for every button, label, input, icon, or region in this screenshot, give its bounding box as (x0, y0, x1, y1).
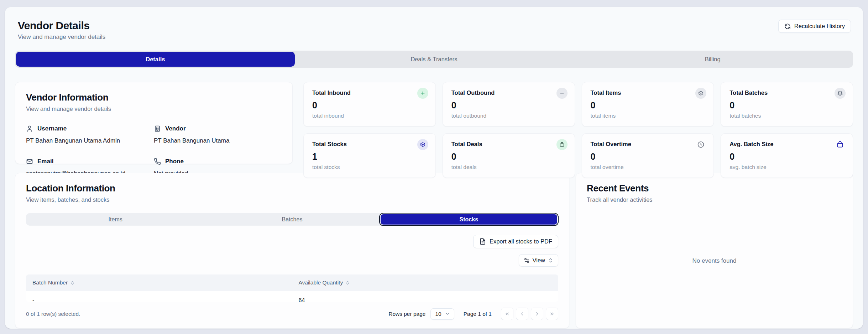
plus-icon (417, 88, 428, 99)
bottom-content-row: Location Information View items, batches… (15, 173, 853, 328)
tab-deals-transfers[interactable]: Deals & Transfers (295, 52, 574, 67)
column-header-available-quantity[interactable]: Available Quantity (292, 279, 559, 286)
recalculate-history-button[interactable]: Recalculate History (778, 20, 851, 33)
no-events-message: No events found (587, 203, 842, 318)
location-information-subtitle: View items, batches, and stocks (26, 196, 558, 203)
first-page-button[interactable] (501, 308, 513, 320)
tab-batches-label: Batches (282, 216, 303, 223)
mail-icon (26, 158, 33, 165)
stat-card-total-batches: Total Batches 0 total batches (721, 82, 853, 127)
stat-card-total-items: Total Items 0 total items (582, 82, 714, 127)
stat-card-total-outbound: Total Outbound 0 total outbound (443, 82, 575, 127)
vendor-information-card: Vendor Information View and manage vendo… (15, 82, 293, 164)
stat-title: Total Stocks (312, 141, 427, 148)
field-vendor-value: PT Bahan Bangunan Utama (154, 137, 282, 144)
field-phone-label: Phone (165, 158, 184, 165)
stat-value: 0 (591, 100, 705, 111)
file-text-icon (479, 238, 486, 245)
field-username-value: PT Bahan Bangunan Utama Admin (26, 137, 154, 144)
chevron-left-icon (519, 311, 525, 317)
sort-icon (70, 281, 75, 285)
stat-card-total-stocks: Total Stocks 1 total stocks (303, 133, 436, 178)
rows-per-page-value: 10 (435, 311, 441, 317)
clock-icon (695, 139, 706, 150)
field-username-label: Username (37, 125, 67, 132)
recalculate-history-label: Recalculate History (794, 23, 845, 30)
package-blue-icon (835, 139, 846, 150)
rows-per-page-select[interactable]: 10 (430, 308, 454, 320)
rows-per-page: Rows per page 10 (388, 308, 454, 320)
view-dropdown-label: View (533, 257, 545, 264)
page-indicator: Page 1 of 1 (464, 311, 492, 317)
table-footer: 0 of 1 row(s) selected. Rows per page 10… (26, 308, 558, 320)
field-email-label: Email (37, 158, 53, 165)
pagination-buttons (501, 308, 558, 320)
recent-events-card: Recent Events Track all vendor activitie… (576, 173, 853, 328)
field-vendor-label: Vendor (165, 125, 186, 132)
sort-icon (345, 281, 350, 285)
shopping-bag-icon (556, 139, 568, 150)
tab-details[interactable]: Details (16, 52, 295, 67)
previous-page-button[interactable] (516, 308, 528, 320)
user-icon (26, 125, 33, 132)
column-header-batch-number[interactable]: Batch Number (26, 279, 292, 286)
stat-value: 0 (312, 100, 427, 111)
pagination-controls: Rows per page 10 Page 1 of 1 (388, 308, 558, 320)
top-content-row: Vendor Information View and manage vendo… (15, 82, 853, 164)
chevron-right-icon (534, 311, 540, 317)
box-icon (417, 139, 428, 150)
stat-caption: total stocks (312, 164, 427, 170)
vendor-details-panel: Vendor Details View and manage vendor de… (5, 7, 863, 329)
stat-title: Total Items (591, 89, 705, 96)
tab-items-label: Items (109, 216, 122, 223)
field-username: Username PT Bahan Bangunan Utama Admin (26, 125, 154, 144)
stat-title: Total Batches (730, 89, 844, 96)
table-row: - 64 (26, 291, 558, 302)
stocks-table: Batch Number Available Quantity - 6 (26, 274, 558, 302)
location-tab-bar: Items Batches Stocks (26, 213, 558, 226)
column-header-batch-number-label: Batch Number (32, 279, 68, 286)
stat-value: 0 (451, 151, 566, 162)
page-header: Vendor Details View and manage vendor de… (5, 7, 863, 41)
stat-value: 0 (730, 100, 844, 111)
vendor-information-subtitle: View and manage vendor details (26, 106, 282, 112)
package-icon (695, 88, 706, 99)
export-toolbar: Export all stocks to PDF (26, 235, 558, 248)
sliders-icon (524, 257, 530, 263)
tab-deals-transfers-label: Deals & Transfers (411, 56, 457, 63)
minus-icon (556, 88, 568, 99)
stat-caption: total batches (730, 113, 844, 119)
stocks-table-header: Batch Number Available Quantity (26, 274, 558, 291)
view-toolbar: View (26, 254, 558, 267)
tab-items[interactable]: Items (27, 214, 204, 225)
field-vendor: Vendor PT Bahan Bangunan Utama (154, 125, 282, 144)
stat-caption: avg. batch size (730, 164, 844, 170)
last-page-button[interactable] (546, 308, 558, 320)
export-stocks-pdf-button[interactable]: Export all stocks to PDF (473, 235, 558, 248)
export-stocks-pdf-label: Export all stocks to PDF (490, 238, 552, 245)
next-page-button[interactable] (531, 308, 543, 320)
tab-stocks-label: Stocks (460, 216, 478, 223)
location-information-title: Location Information (26, 183, 558, 194)
stat-title: Total Deals (451, 141, 566, 148)
stat-value: 0 (591, 151, 705, 162)
tab-stocks[interactable]: Stocks (381, 214, 557, 225)
stats-grid: Total Inbound 0 total inbound Total Outb… (303, 82, 853, 164)
view-dropdown-button[interactable]: View (519, 254, 558, 267)
tab-billing-label: Billing (705, 56, 721, 63)
cell-batch-number: - (26, 297, 292, 302)
rows-per-page-label: Rows per page (388, 311, 425, 317)
stat-title: Total Overtime (591, 141, 705, 148)
stat-title: Total Outbound (451, 89, 566, 96)
page-header-text: Vendor Details View and manage vendor de… (18, 20, 105, 41)
chevrons-up-down-icon (548, 258, 553, 263)
stat-caption: total overtime (591, 164, 705, 170)
vendor-information-title: Vendor Information (26, 92, 282, 103)
vendor-fields-grid: Username PT Bahan Bangunan Utama Admin V… (26, 125, 282, 177)
layers-icon (835, 88, 846, 99)
location-information-card: Location Information View items, batches… (15, 173, 569, 328)
phone-icon (154, 158, 161, 165)
tab-billing[interactable]: Billing (573, 52, 852, 67)
tab-batches[interactable]: Batches (204, 214, 380, 225)
stat-card-total-deals: Total Deals 0 total deals (443, 133, 575, 178)
